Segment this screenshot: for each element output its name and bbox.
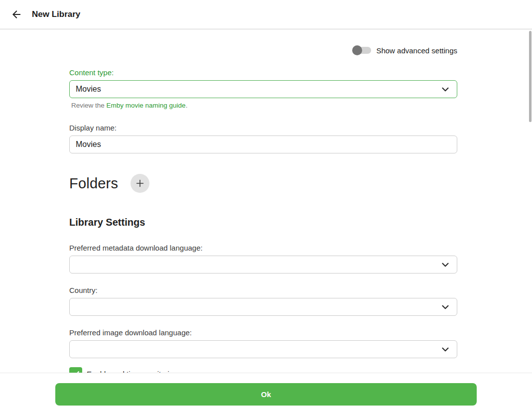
country-select[interactable] [69,298,457,316]
plus-icon [134,178,145,189]
image-language-group: Preferred image download language: [69,328,457,358]
vertical-scrollbar[interactable] [529,31,532,122]
add-folder-button[interactable] [131,174,149,193]
folders-heading: Folders [69,175,118,192]
naming-guide-helper: Review the Emby movie naming guide. [71,102,457,109]
toggle-knob [352,45,362,55]
metadata-language-label: Preferred metadata download language: [69,244,457,252]
metadata-language-group: Preferred metadata download language: [69,244,457,274]
display-name-group: Display name: [69,124,457,153]
chevron-down-icon [440,344,451,355]
footer-bar: Ok [0,373,532,415]
folders-section-header: Folders [69,174,457,193]
display-name-input[interactable] [69,136,457,153]
chevron-down-icon [440,259,451,270]
content-type-group: Content type: Movies Review the Emby mov… [69,68,457,109]
chevron-down-icon [440,84,451,95]
header-bar: New Library [0,0,532,30]
form-content: Show advanced settings Content type: Mov… [0,43,532,380]
country-group: Country: [69,286,457,316]
back-button[interactable] [6,4,27,25]
image-language-select[interactable] [69,340,457,358]
display-name-label: Display name: [69,124,457,132]
content-type-label: Content type: [69,68,457,77]
advanced-settings-row: Show advanced settings [69,43,457,58]
content-type-value: Movies [76,85,440,94]
arrow-left-icon [10,8,22,20]
page-title: New Library [32,9,80,19]
helper-prefix: Review the [71,102,107,109]
ok-button[interactable]: Ok [55,383,477,406]
helper-suffix: . [186,102,188,109]
content-type-select[interactable]: Movies [69,80,457,98]
advanced-settings-label: Show advanced settings [376,46,457,55]
country-label: Country: [69,286,457,294]
naming-guide-link[interactable]: Emby movie naming guide [107,102,186,109]
metadata-language-select[interactable] [69,256,457,274]
new-library-page: New Library Show advanced settings Conte… [0,0,532,415]
library-settings-heading: Library Settings [69,217,457,228]
image-language-label: Preferred image download language: [69,328,457,337]
chevron-down-icon [440,301,451,312]
advanced-settings-toggle[interactable] [352,45,371,55]
